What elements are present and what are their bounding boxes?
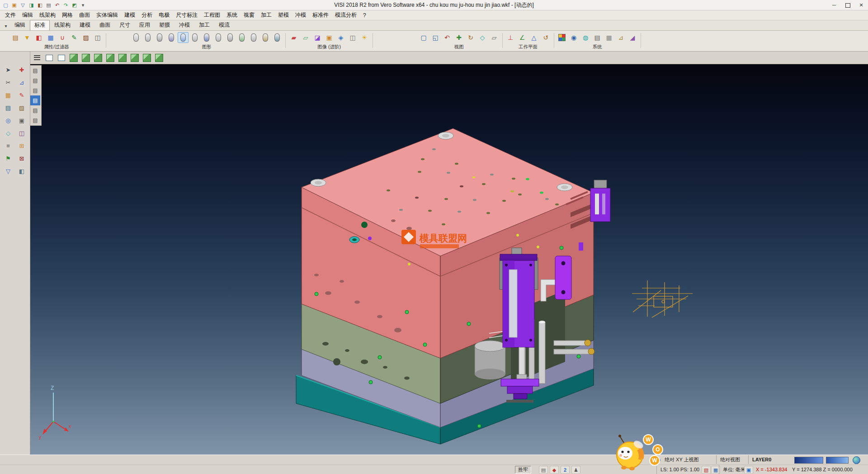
snap-settings-icon[interactable]: ◉ <box>568 32 579 43</box>
graphics-option-icon-4[interactable] <box>166 32 177 43</box>
box-tool-icon[interactable]: ▣ <box>17 116 27 126</box>
snapshot-render-icon[interactable]: ▣ <box>324 32 335 43</box>
graphics-option-icon-10[interactable] <box>236 32 247 43</box>
menu-item-15[interactable]: 冲模 <box>292 11 309 19</box>
menu-item-1[interactable]: 编辑 <box>19 11 36 19</box>
down-tool-icon[interactable]: ▽ <box>3 166 13 176</box>
close-button[interactable]: ✕ <box>854 0 868 10</box>
new-file-icon[interactable]: ▢ <box>2 1 9 9</box>
active-layer-indicator[interactable]: LAYER0 <box>748 455 771 464</box>
menu-item-2[interactable]: 线架构 <box>36 11 59 19</box>
viewport-menu-icon[interactable] <box>32 53 42 63</box>
toolbar-tab-10[interactable]: 模流 <box>214 20 234 30</box>
flag-tool-icon[interactable]: ⚑ <box>3 154 13 164</box>
workplane-reset-icon[interactable]: ↺ <box>540 32 551 43</box>
snapshot-icon[interactable]: ▤ <box>539 466 548 474</box>
zoom-window-icon[interactable]: ◱ <box>430 32 441 43</box>
graphics-option-icon-12[interactable] <box>260 32 271 43</box>
toolbar-tab-9[interactable]: 加工 <box>194 20 214 30</box>
left-view-icon[interactable] <box>118 53 127 63</box>
menu-item-5[interactable]: 实体编辑 <box>93 11 121 19</box>
export-icon[interactable]: ◧ <box>36 1 44 9</box>
measure-tool-icon[interactable]: ⊿ <box>17 78 27 88</box>
view-indicator-icon[interactable]: ◎ <box>656 455 661 464</box>
copy-tool-icon[interactable]: ◧ <box>17 166 27 176</box>
menu-item-9[interactable]: 尺寸标注 <box>173 11 201 19</box>
clipboard-slot-4[interactable]: ▤ <box>30 95 40 105</box>
zoom-previous-icon[interactable]: ↶ <box>442 32 453 43</box>
trim-tool-icon[interactable]: ✂ <box>3 78 13 88</box>
toolbar-tab-5[interactable]: 尺寸 <box>115 20 135 30</box>
layers-tool-icon[interactable]: ▤ <box>3 103 13 113</box>
help-2-icon[interactable]: 2 <box>561 466 570 474</box>
qat-dropdown-icon[interactable]: ▾ <box>79 1 87 9</box>
multi-view-icon[interactable] <box>57 53 66 63</box>
toolbar-tab-0[interactable]: 编辑 <box>10 20 30 30</box>
rotate-view-icon[interactable]: ↻ <box>465 32 476 43</box>
front-view-icon[interactable] <box>93 53 103 63</box>
menu-item-17[interactable]: 模流分析 <box>332 11 360 19</box>
menu-item-18[interactable]: ? <box>360 12 369 19</box>
viewport-3d[interactable]: ▤▤▤▤▤▤ <box>30 64 868 455</box>
menu-item-4[interactable]: 曲面 <box>76 11 93 19</box>
menu-item-0[interactable]: 文件 <box>2 11 19 19</box>
circle-tool-icon[interactable]: ◎ <box>3 116 13 126</box>
hatch-tool-icon[interactable]: ▨ <box>17 103 27 113</box>
menu-item-16[interactable]: 标准件 <box>309 11 332 19</box>
edit-tool-icon[interactable]: ✎ <box>17 90 27 100</box>
graphics-option-icon-3[interactable] <box>154 32 165 43</box>
delete-tool-icon[interactable]: ⊠ <box>17 154 27 164</box>
toolbar-tab-7[interactable]: 塑膜 <box>155 20 175 30</box>
graphics-option-icon-5[interactable] <box>178 32 189 43</box>
coords-settings-icon[interactable]: ▣ <box>744 466 753 474</box>
menu-item-7[interactable]: 分析 <box>138 11 156 19</box>
graphics-option-icon-13[interactable] <box>272 32 283 43</box>
graphics-option-icon-2[interactable] <box>142 32 153 43</box>
menu-item-6[interactable]: 建模 <box>121 11 138 19</box>
users-icon[interactable]: ♟ <box>571 466 580 474</box>
render-mode-icon[interactable]: ◆ <box>550 466 559 474</box>
measure-system-icon[interactable]: ⊿ <box>615 32 626 43</box>
print-icon[interactable]: ▤ <box>45 1 52 9</box>
toolbar-tab-6[interactable]: 应用 <box>135 20 155 30</box>
hidden-line-icon[interactable]: ◪ <box>312 32 323 43</box>
database-icon[interactable]: ▤ <box>592 32 603 43</box>
toolbar-tab-4[interactable]: 曲面 <box>95 20 115 30</box>
workplane-xy-icon[interactable]: ⊥ <box>505 32 516 43</box>
menu-item-12[interactable]: 视窗 <box>241 11 258 19</box>
back-view-icon[interactable] <box>130 53 140 63</box>
pan-view-icon[interactable]: ✚ <box>453 32 464 43</box>
bottom-view-icon[interactable] <box>142 53 152 63</box>
tab-overflow-button[interactable]: ▾ <box>2 24 10 30</box>
redo-icon[interactable]: ↷ <box>62 1 70 9</box>
menu-item-10[interactable]: 工程图 <box>201 11 223 19</box>
iso-view-preset-icon[interactable]: ◇ <box>477 32 488 43</box>
erase-attributes-icon[interactable]: ◫ <box>92 32 103 43</box>
lock-toggle[interactable]: 拴牢 <box>515 466 531 474</box>
menu-item-8[interactable]: 电极 <box>156 11 173 19</box>
units-indicator[interactable]: 单位: 毫米 <box>719 465 745 474</box>
grid-plus-icon[interactable]: ⊞ <box>17 141 27 151</box>
save-icon[interactable]: ▽ <box>19 1 27 9</box>
workplane-angle-icon[interactable]: ∠ <box>517 32 528 43</box>
wireframe-render-icon[interactable]: ▱ <box>300 32 311 43</box>
globe-settings-icon[interactable]: ◍ <box>580 32 591 43</box>
toolbar-tab-2[interactable]: 线架构 <box>50 20 75 30</box>
cube-pair-icon[interactable]: ◩ <box>71 1 78 9</box>
color-filter-icon[interactable]: ◧ <box>33 32 44 43</box>
mirror-tool-icon[interactable]: ◫ <box>17 128 27 138</box>
graphics-option-icon-1[interactable] <box>131 32 142 43</box>
system-colors-icon[interactable] <box>557 32 567 43</box>
open-file-icon[interactable]: ▣ <box>10 1 18 9</box>
graphics-option-icon-6[interactable] <box>189 32 200 43</box>
dynamic-render-icon[interactable]: ◈ <box>335 32 346 43</box>
add-entity-icon[interactable]: ✚ <box>17 65 27 75</box>
iso-view-icon[interactable] <box>69 53 79 63</box>
menu-item-14[interactable]: 塑模 <box>275 11 292 19</box>
globe-icon[interactable] <box>853 456 860 464</box>
clipboard-slot-2[interactable]: ▤ <box>30 76 40 85</box>
hatch-attributes-icon[interactable]: ▨ <box>80 32 91 43</box>
edit-attributes-icon[interactable]: ✎ <box>69 32 80 43</box>
cube-mode-icon[interactable]: ▧ <box>702 466 711 474</box>
menu-item-3[interactable]: 网格 <box>59 11 76 19</box>
